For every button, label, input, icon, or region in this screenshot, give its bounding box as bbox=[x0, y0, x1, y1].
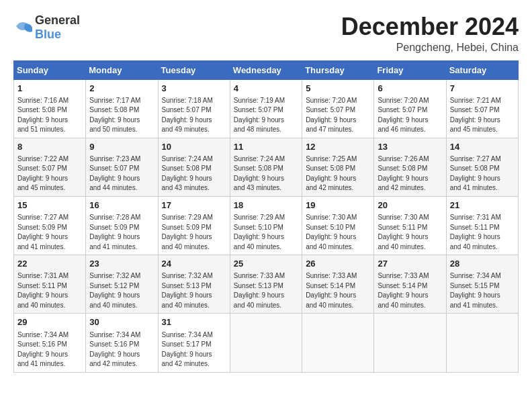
calendar-cell: 25Sunrise: 7:33 AM Sunset: 5:13 PM Dayli… bbox=[230, 255, 302, 314]
weekday-header-row: SundayMondayTuesdayWednesdayThursdayFrid… bbox=[14, 60, 519, 79]
calendar-cell bbox=[374, 314, 446, 372]
day-info: Sunrise: 7:24 AM Sunset: 5:08 PM Dayligh… bbox=[162, 154, 226, 193]
calendar-cell: 1Sunrise: 7:16 AM Sunset: 5:08 PM Daylig… bbox=[14, 79, 86, 138]
day-info: Sunrise: 7:24 AM Sunset: 5:08 PM Dayligh… bbox=[234, 154, 298, 193]
day-number: 18 bbox=[234, 199, 298, 212]
calendar-cell: 18Sunrise: 7:29 AM Sunset: 5:10 PM Dayli… bbox=[230, 196, 302, 255]
day-number: 14 bbox=[450, 141, 515, 153]
calendar-week-row: 15Sunrise: 7:27 AM Sunset: 5:09 PM Dayli… bbox=[14, 196, 519, 255]
day-info: Sunrise: 7:20 AM Sunset: 5:07 PM Dayligh… bbox=[306, 96, 370, 135]
day-info: Sunrise: 7:34 AM Sunset: 5:16 PM Dayligh… bbox=[89, 330, 154, 369]
day-info: Sunrise: 7:28 AM Sunset: 5:09 PM Dayligh… bbox=[89, 213, 154, 252]
day-number: 24 bbox=[162, 258, 226, 270]
day-number: 13 bbox=[378, 141, 442, 153]
calendar-cell: 16Sunrise: 7:28 AM Sunset: 5:09 PM Dayli… bbox=[86, 196, 158, 255]
day-number: 6 bbox=[378, 83, 442, 95]
day-number: 8 bbox=[17, 141, 82, 153]
weekday-header-wednesday: Wednesday bbox=[230, 60, 302, 79]
calendar-week-row: 29Sunrise: 7:34 AM Sunset: 5:16 PM Dayli… bbox=[14, 314, 519, 372]
day-number: 26 bbox=[306, 258, 370, 270]
day-info: Sunrise: 7:16 AM Sunset: 5:08 PM Dayligh… bbox=[17, 96, 82, 135]
calendar-cell: 21Sunrise: 7:31 AM Sunset: 5:11 PM Dayli… bbox=[446, 196, 518, 255]
weekday-header-tuesday: Tuesday bbox=[158, 60, 230, 79]
day-number: 10 bbox=[162, 141, 226, 153]
day-info: Sunrise: 7:33 AM Sunset: 5:13 PM Dayligh… bbox=[234, 271, 298, 310]
day-info: Sunrise: 7:26 AM Sunset: 5:08 PM Dayligh… bbox=[378, 154, 442, 193]
calendar-cell: 13Sunrise: 7:26 AM Sunset: 5:08 PM Dayli… bbox=[374, 138, 446, 196]
calendar-cell bbox=[230, 314, 302, 372]
day-info: Sunrise: 7:27 AM Sunset: 5:09 PM Dayligh… bbox=[17, 213, 82, 252]
day-number: 28 bbox=[450, 258, 515, 270]
calendar-cell: 15Sunrise: 7:27 AM Sunset: 5:09 PM Dayli… bbox=[14, 196, 86, 255]
calendar-cell: 4Sunrise: 7:19 AM Sunset: 5:07 PM Daylig… bbox=[230, 79, 302, 138]
calendar-cell: 29Sunrise: 7:34 AM Sunset: 5:16 PM Dayli… bbox=[14, 314, 86, 372]
calendar-cell: 23Sunrise: 7:32 AM Sunset: 5:12 PM Dayli… bbox=[86, 255, 158, 314]
day-number: 20 bbox=[378, 199, 442, 212]
calendar-cell: 24Sunrise: 7:32 AM Sunset: 5:13 PM Dayli… bbox=[158, 255, 230, 314]
calendar-cell: 8Sunrise: 7:22 AM Sunset: 5:07 PM Daylig… bbox=[14, 138, 86, 196]
day-info: Sunrise: 7:29 AM Sunset: 5:09 PM Dayligh… bbox=[162, 213, 226, 252]
day-info: Sunrise: 7:17 AM Sunset: 5:08 PM Dayligh… bbox=[89, 96, 154, 135]
day-info: Sunrise: 7:25 AM Sunset: 5:08 PM Dayligh… bbox=[306, 154, 370, 193]
weekday-header-thursday: Thursday bbox=[302, 60, 374, 79]
day-number: 5 bbox=[306, 83, 370, 95]
calendar-cell: 12Sunrise: 7:25 AM Sunset: 5:08 PM Dayli… bbox=[302, 138, 374, 196]
day-info: Sunrise: 7:19 AM Sunset: 5:07 PM Dayligh… bbox=[234, 96, 298, 135]
logo-general: General bbox=[35, 13, 80, 27]
calendar-cell: 14Sunrise: 7:27 AM Sunset: 5:08 PM Dayli… bbox=[446, 138, 518, 196]
calendar-table: SundayMondayTuesdayWednesdayThursdayFrid… bbox=[13, 60, 519, 373]
calendar-cell: 27Sunrise: 7:33 AM Sunset: 5:14 PM Dayli… bbox=[374, 255, 446, 314]
day-info: Sunrise: 7:31 AM Sunset: 5:11 PM Dayligh… bbox=[450, 213, 515, 252]
day-number: 21 bbox=[450, 199, 515, 212]
location-title: Pengcheng, Hebei, China bbox=[341, 42, 519, 54]
calendar-cell: 17Sunrise: 7:29 AM Sunset: 5:09 PM Dayli… bbox=[158, 196, 230, 255]
day-number: 11 bbox=[234, 141, 298, 153]
logo-blue: Blue bbox=[35, 28, 61, 41]
calendar-cell bbox=[302, 314, 374, 372]
calendar-cell: 11Sunrise: 7:24 AM Sunset: 5:08 PM Dayli… bbox=[230, 138, 302, 196]
day-info: Sunrise: 7:18 AM Sunset: 5:07 PM Dayligh… bbox=[162, 96, 226, 135]
calendar-week-row: 22Sunrise: 7:31 AM Sunset: 5:11 PM Dayli… bbox=[14, 255, 519, 314]
day-number: 31 bbox=[162, 316, 226, 328]
day-info: Sunrise: 7:33 AM Sunset: 5:14 PM Dayligh… bbox=[378, 271, 442, 310]
weekday-header-friday: Friday bbox=[374, 60, 446, 79]
page-header: General Blue December 2024 Pengcheng, He… bbox=[13, 13, 519, 54]
day-info: Sunrise: 7:29 AM Sunset: 5:10 PM Dayligh… bbox=[234, 213, 298, 252]
day-number: 4 bbox=[234, 83, 298, 95]
day-number: 7 bbox=[450, 83, 515, 95]
day-info: Sunrise: 7:32 AM Sunset: 5:12 PM Dayligh… bbox=[89, 271, 154, 310]
day-info: Sunrise: 7:33 AM Sunset: 5:14 PM Dayligh… bbox=[306, 271, 370, 310]
day-number: 23 bbox=[89, 258, 154, 270]
day-info: Sunrise: 7:30 AM Sunset: 5:11 PM Dayligh… bbox=[378, 213, 442, 252]
day-info: Sunrise: 7:27 AM Sunset: 5:08 PM Dayligh… bbox=[450, 154, 515, 193]
day-info: Sunrise: 7:31 AM Sunset: 5:11 PM Dayligh… bbox=[17, 271, 82, 310]
day-number: 29 bbox=[17, 316, 82, 328]
day-number: 17 bbox=[162, 199, 226, 212]
calendar-cell: 7Sunrise: 7:21 AM Sunset: 5:07 PM Daylig… bbox=[446, 79, 518, 138]
calendar-cell: 3Sunrise: 7:18 AM Sunset: 5:07 PM Daylig… bbox=[158, 79, 230, 138]
logo-icon bbox=[13, 21, 32, 34]
calendar-cell: 28Sunrise: 7:34 AM Sunset: 5:15 PM Dayli… bbox=[446, 255, 518, 314]
day-info: Sunrise: 7:21 AM Sunset: 5:07 PM Dayligh… bbox=[450, 96, 515, 135]
calendar-cell: 5Sunrise: 7:20 AM Sunset: 5:07 PM Daylig… bbox=[302, 79, 374, 138]
day-info: Sunrise: 7:34 AM Sunset: 5:17 PM Dayligh… bbox=[162, 330, 226, 369]
weekday-header-saturday: Saturday bbox=[446, 60, 518, 79]
calendar-week-row: 1Sunrise: 7:16 AM Sunset: 5:08 PM Daylig… bbox=[14, 79, 519, 138]
day-number: 25 bbox=[234, 258, 298, 270]
calendar-cell: 19Sunrise: 7:30 AM Sunset: 5:10 PM Dayli… bbox=[302, 196, 374, 255]
day-info: Sunrise: 7:20 AM Sunset: 5:07 PM Dayligh… bbox=[378, 96, 442, 135]
day-info: Sunrise: 7:32 AM Sunset: 5:13 PM Dayligh… bbox=[162, 271, 226, 310]
calendar-cell: 20Sunrise: 7:30 AM Sunset: 5:11 PM Dayli… bbox=[374, 196, 446, 255]
calendar-cell: 31Sunrise: 7:34 AM Sunset: 5:17 PM Dayli… bbox=[158, 314, 230, 372]
day-number: 27 bbox=[378, 258, 442, 270]
calendar-cell: 26Sunrise: 7:33 AM Sunset: 5:14 PM Dayli… bbox=[302, 255, 374, 314]
weekday-header-sunday: Sunday bbox=[14, 60, 86, 79]
day-number: 30 bbox=[89, 316, 154, 328]
day-number: 22 bbox=[17, 258, 82, 270]
weekday-header-monday: Monday bbox=[86, 60, 158, 79]
calendar-cell: 9Sunrise: 7:23 AM Sunset: 5:07 PM Daylig… bbox=[86, 138, 158, 196]
day-number: 3 bbox=[162, 83, 226, 95]
calendar-cell: 22Sunrise: 7:31 AM Sunset: 5:11 PM Dayli… bbox=[14, 255, 86, 314]
day-number: 15 bbox=[17, 199, 82, 212]
month-title: December 2024 bbox=[341, 13, 519, 40]
